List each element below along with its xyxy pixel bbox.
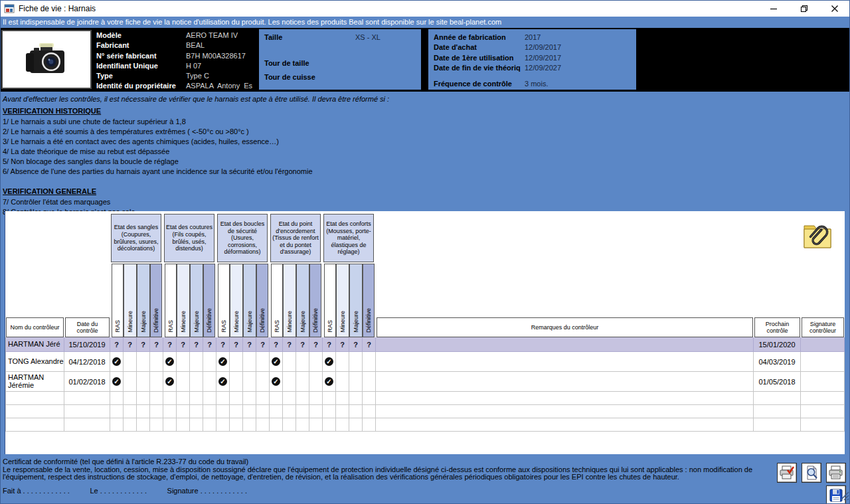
status-mark-cell[interactable] [309,405,323,418]
signature-cell[interactable] [801,392,845,405]
status-mark-cell[interactable] [296,405,309,418]
status-mark-cell[interactable] [283,392,296,405]
status-mark-cell[interactable]: ? [270,337,283,352]
status-mark-cell[interactable] [203,352,216,372]
status-mark-cell[interactable] [349,418,363,432]
status-mark-cell[interactable]: ? [230,337,243,352]
print-validate-button[interactable] [777,463,797,483]
status-mark-cell[interactable]: ? [296,337,309,352]
status-mark-cell[interactable]: ? [216,337,230,352]
product-photo[interactable] [1,30,92,89]
resize-grip[interactable] [839,491,849,503]
status-mark-cell[interactable]: ✓ [110,352,124,372]
attachments-button[interactable] [802,219,833,251]
status-mark-cell[interactable] [190,392,203,405]
status-mark-cell[interactable] [230,405,243,418]
status-mark-cell[interactable] [270,405,283,418]
status-mark-cell[interactable] [150,418,163,432]
next-control-cell[interactable] [754,418,801,432]
status-mark-cell[interactable]: ? [124,337,137,352]
status-mark-cell[interactable] [230,392,243,405]
status-mark-cell[interactable] [296,352,309,372]
status-mark-cell[interactable] [270,418,283,432]
status-mark-cell[interactable] [309,372,323,392]
status-mark-cell[interactable] [349,405,363,418]
minimize-button[interactable] [758,0,789,17]
status-mark-cell[interactable] [309,352,323,372]
status-mark-cell[interactable] [203,372,216,392]
status-mark-cell[interactable] [296,418,309,432]
status-mark-cell[interactable] [190,418,203,432]
status-mark-cell[interactable] [256,392,270,405]
status-mark-cell[interactable]: ✓ [270,352,283,372]
status-mark-cell[interactable]: ? [177,337,190,352]
remarks-cell[interactable] [376,337,754,352]
status-mark-cell[interactable]: ✓ [270,372,283,392]
status-mark-cell[interactable] [283,418,296,432]
status-mark-cell[interactable] [177,405,190,418]
status-mark-cell[interactable] [243,392,256,405]
status-mark-cell[interactable] [323,405,336,418]
status-mark-cell[interactable]: ✓ [163,372,177,392]
status-mark-cell[interactable] [243,352,256,372]
status-mark-cell[interactable]: ? [336,337,349,352]
control-date-cell[interactable]: 15/10/2019 [64,337,110,352]
status-mark-cell[interactable] [150,372,163,392]
next-control-cell[interactable]: 15/01/2020 [754,337,801,352]
status-mark-cell[interactable] [163,418,177,432]
print-preview-button[interactable] [802,463,821,483]
status-mark-cell[interactable] [163,405,177,418]
controller-name-cell[interactable]: HARTMAN Jéré [5,337,64,352]
status-mark-cell[interactable] [137,372,150,392]
status-mark-cell[interactable] [216,392,230,405]
next-control-cell[interactable] [754,405,801,418]
status-mark-cell[interactable]: ? [150,337,163,352]
signature-cell[interactable] [801,337,845,352]
next-control-cell[interactable]: 01/05/2018 [754,372,801,392]
controller-name-cell[interactable] [5,405,64,418]
controller-name-cell[interactable]: TONG Alexandre [5,352,64,372]
status-mark-cell[interactable]: ? [363,337,376,352]
status-mark-cell[interactable] [256,418,270,432]
status-mark-cell[interactable]: ? [137,337,150,352]
status-mark-cell[interactable] [256,352,270,372]
next-control-cell[interactable] [754,392,801,405]
status-mark-cell[interactable] [150,352,163,372]
control-date-cell[interactable]: 04/12/2018 [64,352,110,372]
status-mark-cell[interactable]: ✓ [323,352,336,372]
status-mark-cell[interactable] [137,352,150,372]
status-mark-cell[interactable] [190,405,203,418]
status-mark-cell[interactable] [124,418,137,432]
signature-cell[interactable] [801,352,845,372]
status-mark-cell[interactable] [216,418,230,432]
status-mark-cell[interactable] [203,418,216,432]
signature-cell[interactable] [801,418,845,432]
status-mark-cell[interactable] [203,405,216,418]
status-mark-cell[interactable] [216,405,230,418]
status-mark-cell[interactable]: ? [309,337,323,352]
remarks-cell[interactable] [376,405,754,418]
status-mark-cell[interactable]: ✓ [323,372,336,392]
status-mark-cell[interactable]: ✓ [163,352,177,372]
status-mark-cell[interactable] [336,405,349,418]
status-mark-cell[interactable] [190,352,203,372]
status-mark-cell[interactable] [296,372,309,392]
status-mark-cell[interactable] [110,392,124,405]
status-mark-cell[interactable] [230,352,243,372]
controller-name-cell[interactable] [5,418,64,432]
status-mark-cell[interactable] [177,392,190,405]
next-control-cell[interactable]: 04/03/2019 [754,352,801,372]
status-mark-cell[interactable] [203,392,216,405]
status-mark-cell[interactable] [323,418,336,432]
print-button[interactable] [826,463,846,483]
remarks-cell[interactable] [376,372,754,392]
status-mark-cell[interactable] [124,392,137,405]
status-mark-cell[interactable] [137,392,150,405]
remarks-cell[interactable] [376,352,754,372]
status-mark-cell[interactable] [137,405,150,418]
status-mark-cell[interactable]: ? [163,337,177,352]
remarks-cell[interactable] [376,418,754,432]
status-mark-cell[interactable] [137,418,150,432]
status-mark-cell[interactable] [163,392,177,405]
status-mark-cell[interactable] [230,372,243,392]
